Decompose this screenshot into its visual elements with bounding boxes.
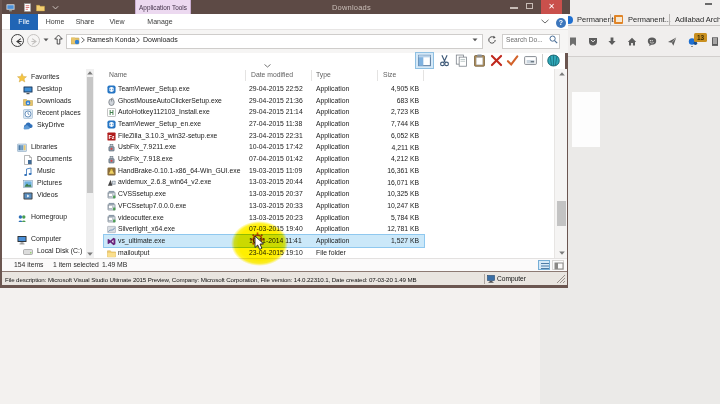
file-type: Application <box>316 97 349 104</box>
file-row-cvsssetup-exe[interactable]: CVSSsetup.exe13-03-2015 20:37Application… <box>104 189 424 201</box>
refresh-icon[interactable] <box>487 35 497 45</box>
notes-icon[interactable] <box>710 36 720 47</box>
sidebar-item-local-disk-c-[interactable]: Local Disk (C:) <box>2 246 86 257</box>
download-icon[interactable] <box>607 36 617 47</box>
delete-icon[interactable] <box>490 54 503 67</box>
file-type: Application <box>316 143 349 150</box>
sidebar-item-favorites[interactable]: Favorites <box>2 72 86 83</box>
sidebar-item-music[interactable]: Music <box>2 166 86 177</box>
column-divider[interactable] <box>423 70 424 81</box>
sidebar-item-computer[interactable]: Computer <box>2 234 86 245</box>
address-dropdown-icon[interactable] <box>472 38 478 42</box>
column-header-date[interactable]: Date modified <box>251 71 293 78</box>
back-button[interactable] <box>11 34 24 47</box>
search-icon[interactable] <box>549 35 558 44</box>
qat-pc-icon[interactable] <box>6 3 15 12</box>
minimize-button[interactable] <box>510 7 518 9</box>
tab-share[interactable]: Share <box>72 14 98 30</box>
bookmark-icon[interactable] <box>568 36 578 47</box>
close-button[interactable]: ✕ <box>541 0 562 14</box>
breadcrumb-chevron[interactable] <box>81 37 85 43</box>
cut-icon[interactable] <box>438 54 451 67</box>
sidebar-scrollbar-thumb[interactable] <box>87 77 93 193</box>
file-row-usbfix-7-918-exe[interactable]: UsbFix_7.918.exe07-04-2015 01:42Applicat… <box>104 154 424 166</box>
sidebar-item-label: Libraries <box>31 143 57 150</box>
file-row-vfcssetup7-0-0-0-exe[interactable]: VFCSsetup7.0.0.0.exe13-03-2015 20:33Appl… <box>104 200 424 212</box>
breadcrumb-current[interactable]: Downloads <box>143 36 178 43</box>
sidebar-item-recent-places[interactable]: Recent places <box>2 108 86 119</box>
classic-shell-icon[interactable] <box>547 54 560 67</box>
music-icon <box>23 167 33 177</box>
breadcrumb-root[interactable]: Ramesh Konda <box>87 36 135 43</box>
column-header-size[interactable]: Size <box>383 71 396 78</box>
details-view-button[interactable] <box>538 260 550 270</box>
tab-manage[interactable]: Manage <box>142 14 178 30</box>
file-row-autohotkey112103-install-exe[interactable]: HAutoHotkey112103_Install.exe29-04-2015 … <box>104 107 424 119</box>
qat-new-icon[interactable] <box>23 3 32 12</box>
breadcrumb-chevron[interactable] <box>136 37 140 43</box>
qat-folder-icon[interactable] <box>36 3 45 12</box>
homegroup-icon <box>17 213 27 223</box>
notification-badge: 13 <box>694 33 707 42</box>
sidebar-item-skydrive[interactable]: SkyDrive <box>2 120 86 131</box>
paste-icon[interactable] <box>473 54 486 67</box>
pictures-icon <box>23 179 33 189</box>
scroll-down-icon[interactable] <box>87 252 93 256</box>
chevron-down-icon[interactable] <box>51 3 60 12</box>
sidebar-item-desktop[interactable]: Desktop <box>2 84 86 95</box>
sidebar-item-libraries[interactable]: Libraries <box>2 142 86 153</box>
sidebar-item-pictures[interactable]: Pictures <box>2 178 86 189</box>
sidebar-item-downloads[interactable]: Downloads <box>2 96 86 107</box>
browser-tab-3[interactable]: Adilabad Archi... <box>675 15 720 24</box>
contextual-tab-application-tools[interactable]: Application Tools <box>135 0 191 14</box>
column-header-type[interactable]: Type <box>316 71 331 78</box>
sidebar-item-documents[interactable]: Documents <box>2 154 86 165</box>
file-name: UsbFix_7.9211.exe <box>118 143 176 150</box>
scroll-up-icon[interactable] <box>87 71 93 75</box>
column-divider[interactable] <box>311 70 312 81</box>
forward-button[interactable] <box>27 34 40 47</box>
file-type: File folder <box>316 249 346 256</box>
file-row-usbfix-7-9211-exe[interactable]: UsbFix_7.9211.exe10-04-2015 17:42Applica… <box>104 142 424 154</box>
column-header-name[interactable]: Name <box>109 71 127 78</box>
tab-home[interactable]: Home <box>42 14 68 30</box>
thumbnail-view-button[interactable] <box>552 260 564 270</box>
sidebar-item-videos[interactable]: Videos <box>2 190 86 201</box>
chat-icon[interactable] <box>647 36 657 47</box>
scroll-up-icon[interactable] <box>559 72 565 76</box>
browser-minimize-icon[interactable] <box>705 3 712 5</box>
file-row-teamviewer-setup-en-exe[interactable]: TeamViewer_Setup_en.exe27-04-2015 11:38A… <box>104 118 424 130</box>
send-icon[interactable] <box>667 36 677 47</box>
file-list-scrollbar[interactable] <box>554 69 567 258</box>
disk-icon <box>23 247 33 257</box>
file-row-handbrake-0-10-1-x86-64-win-gui-exe[interactable]: HandBrake-0.10.1-x86_64-Win_GUI.exe19-03… <box>104 165 424 177</box>
toolbar-separator <box>542 54 543 67</box>
tab-view[interactable]: View <box>104 14 130 30</box>
tab-file[interactable]: File <box>10 14 38 30</box>
file-type: Application <box>316 190 349 197</box>
file-row-teamviewer-setup-exe[interactable]: TeamViewer_Setup.exe29-04-2015 22:52Appl… <box>104 83 424 95</box>
file-list-scrollbar-thumb[interactable] <box>557 201 566 226</box>
column-divider[interactable] <box>377 70 378 81</box>
file-type: Application <box>316 155 349 162</box>
pocket-icon[interactable] <box>588 36 598 47</box>
help-icon[interactable]: ? <box>556 18 566 28</box>
confirm-icon[interactable] <box>506 54 519 67</box>
file-row-ghostmouseautoclickersetup-exe[interactable]: GhostMouseAutoClickerSetup.exe29-04-2015… <box>104 95 424 107</box>
home-icon[interactable] <box>627 36 637 47</box>
pane-toggle-icon[interactable] <box>418 54 431 67</box>
sidebar-scrollbar[interactable] <box>86 69 94 258</box>
scroll-down-icon[interactable] <box>559 251 565 255</box>
file-row-filezilla-3-10-3-win32-setup-exe[interactable]: FzFileZilla_3.10.3_win32-setup.exe23-04-… <box>104 130 424 142</box>
column-divider[interactable] <box>245 70 246 81</box>
up-button[interactable] <box>53 33 64 46</box>
mail-icon[interactable] <box>524 54 537 67</box>
browser-tab-2[interactable]: Permanent... <box>628 15 671 24</box>
maximize-button[interactable] <box>526 3 533 9</box>
resize-grip[interactable] <box>557 275 565 283</box>
sidebar-item-homegroup[interactable]: Homegroup <box>2 212 86 223</box>
history-dropdown-icon[interactable] <box>43 38 49 42</box>
file-row-avidemux-2-6-8-win64-v2-exe[interactable]: avidemux_2.6.8_win64_v2.exe13-03-2015 20… <box>104 177 424 189</box>
ribbon-collapse-icon[interactable] <box>541 19 549 24</box>
copy-icon[interactable] <box>455 54 468 67</box>
